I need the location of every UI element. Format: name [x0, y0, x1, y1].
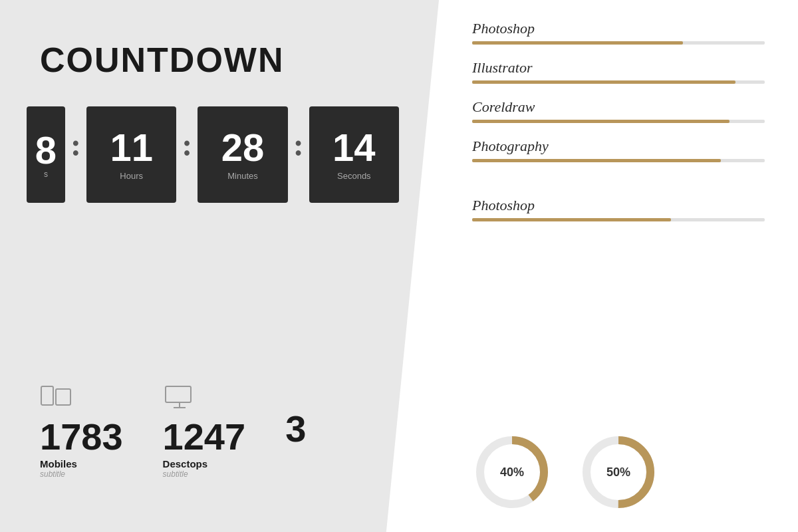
desktops-stat: 1247 Desctops subtitle: [163, 384, 246, 479]
skill-bar-bg-2: [472, 80, 765, 84]
donut-50: 50%: [579, 432, 658, 512]
skill-bar-bg-1: [472, 41, 765, 45]
days-label: s: [44, 170, 48, 179]
right-panel: Photoshop Illustrator Coreldraw Photogra…: [439, 0, 798, 532]
skill-name-illustrator: Illustrator: [472, 59, 765, 76]
skill-bar-fill-4: [472, 159, 721, 162]
minutes-number: 28: [221, 128, 265, 167]
skill-photoshop-2: Photoshop: [472, 197, 765, 221]
skill-photoshop-1: Photoshop: [472, 20, 765, 45]
skill-bar-fill-3: [472, 120, 730, 123]
skill-name-photoshop-1: Photoshop: [472, 20, 765, 37]
skill-bar-fill-2: [472, 80, 735, 84]
skill-name-photoshop-2: Photoshop: [472, 197, 765, 214]
skill-bar-bg-5: [472, 218, 765, 221]
skill-name-coreldraw: Coreldraw: [472, 98, 765, 116]
partial-stat: 3: [285, 384, 306, 448]
donut-label-50: 50%: [606, 466, 630, 479]
mobiles-subtitle: subtitle: [40, 469, 65, 479]
hours-number: 11: [110, 128, 153, 167]
minutes-label: Minutes: [227, 171, 258, 181]
left-panel: COUNTDOWN 8 s : 11 Hours : 28 Minutes : …: [0, 0, 439, 532]
skill-bar-bg-3: [472, 120, 765, 123]
skill-illustrator: Illustrator: [472, 59, 765, 84]
mobiles-label: Mobiles: [40, 458, 77, 469]
skills-section: Photoshop Illustrator Coreldraw Photogra…: [472, 20, 765, 419]
seconds-label: Seconds: [337, 171, 371, 181]
mobile-icon: [40, 384, 73, 413]
days-unit-partial: 8 s: [27, 106, 65, 203]
colon-2: :: [182, 126, 192, 163]
desktops-number: 1247: [163, 418, 246, 456]
stats-row: 1783 Mobiles subtitle 1247 Desctops subt…: [40, 384, 399, 499]
skill-bar-bg-4: [472, 159, 765, 162]
skill-coreldraw: Coreldraw: [472, 98, 765, 123]
days-number: 8: [35, 131, 57, 170]
desktop-icon: [163, 384, 196, 413]
donut-label-40: 40%: [500, 466, 524, 479]
countdown-title: COUNTDOWN: [40, 40, 399, 80]
donut-40: 40%: [472, 432, 552, 512]
colon-1: :: [70, 126, 81, 163]
hours-unit: 11 Hours: [86, 106, 176, 203]
partial-number: 3: [285, 410, 306, 448]
seconds-number: 14: [332, 128, 376, 167]
countdown-row: 8 s : 11 Hours : 28 Minutes : 14 Seconds: [27, 106, 399, 203]
colon-3: :: [293, 126, 304, 163]
desktops-label: Desctops: [163, 458, 208, 469]
skill-photography: Photography: [472, 138, 765, 162]
desktops-subtitle: subtitle: [163, 469, 188, 479]
donuts-section: 40% 50%: [472, 419, 765, 512]
svg-rect-2: [56, 389, 70, 405]
skill-bar-fill-1: [472, 41, 683, 45]
seconds-unit: 14 Seconds: [309, 106, 399, 203]
svg-rect-0: [41, 386, 53, 405]
skill-bar-fill-5: [472, 218, 671, 221]
mobiles-number: 1783: [40, 418, 123, 456]
svg-rect-3: [166, 386, 191, 402]
mobiles-stat: 1783 Mobiles subtitle: [40, 384, 123, 479]
skill-name-photography: Photography: [472, 138, 765, 155]
hours-label: Hours: [120, 171, 143, 181]
minutes-unit: 28 Minutes: [198, 106, 287, 203]
